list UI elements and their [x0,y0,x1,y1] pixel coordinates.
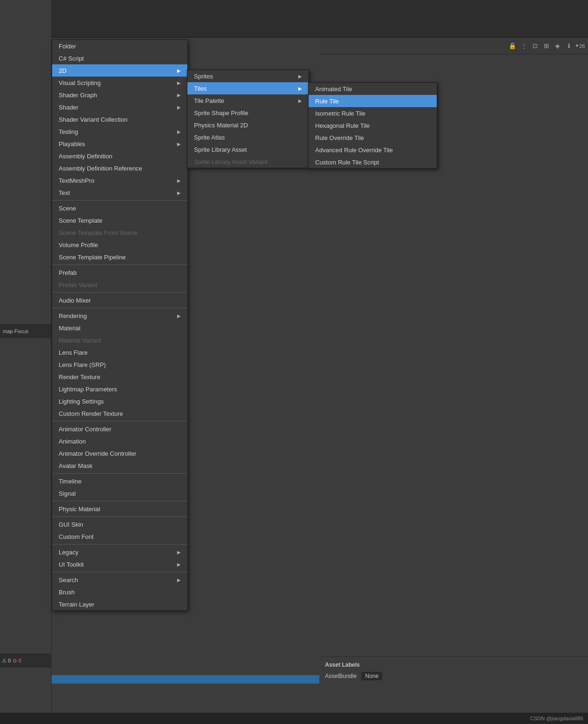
menu-l1-item-assembly-definition-reference[interactable]: Assembly Definition Reference [52,162,187,174]
lock-icon[interactable]: 🔒 [508,42,517,50]
menu-l1-item-material-variant: Material Variant [52,334,187,346]
context-menu-l2-2d: Sprites▶Tiles▶Tile Palette▶Sprite Shape … [187,70,309,168]
menu-item-label: Physics Material 2D [194,122,248,129]
info-icon[interactable]: ℹ [565,42,573,50]
menu-l1-item-custom-font[interactable]: Custom Font [52,530,187,543]
menu-l1-item-shader[interactable]: Shader▶ [52,101,187,113]
menu-separator [52,473,187,474]
menu-l1-item-visual-scripting[interactable]: Visual Scripting▶ [52,77,187,89]
menu-l1-item-text[interactable]: Text▶ [52,187,187,199]
menu-l1-item-textmeshpro[interactable]: TextMeshPro▶ [52,174,187,187]
menu-item-label: Advanced Rule Override Tile [315,147,393,154]
menu-item-label: Scene Template Pipeline [59,254,126,261]
menu-l1-item-material[interactable]: Material [52,322,187,334]
menu-l1-item-animator-controller[interactable]: Animator Controller [52,423,187,435]
group-icon[interactable]: ⊞ [542,42,550,50]
menu-l3-item-animated-tile[interactable]: Animated Tile [309,83,437,95]
menu-item-label: Shader [59,104,78,111]
menu-l3-item-hexagonal-rule-tile[interactable]: Hexagonal Rule Tile [309,119,437,132]
menu-l3-item-isometric-rule-tile[interactable]: Isometric Rule Tile [309,107,437,119]
menu-l1-item-volume-profile[interactable]: Volume Profile [52,239,187,251]
menu-l1-item-assembly-definition[interactable]: Assembly Definition [52,150,187,162]
menu-l1-item-shader-variant-collection[interactable]: Shader Variant Collection [52,113,187,125]
menu-l1-item-scene-template[interactable]: Scene Template [52,214,187,226]
menu-item-label: Animator Controller [59,426,111,433]
menu-separator [52,544,187,545]
menu-item-label: Brush [59,589,75,596]
menu-item-label: Render Texture [59,374,101,381]
menu-separator [52,572,187,572]
menu-l1-item-brush[interactable]: Brush [52,586,187,598]
menu-l1-item-c-script[interactable]: C# Script [52,52,187,64]
menu-l1-item-render-texture[interactable]: Render Texture [52,371,187,383]
menu-l2-item-sprite-atlas[interactable]: Sprite Atlas [187,131,309,143]
menu-l3-item-rule-tile[interactable]: Rule Tile [309,95,437,107]
menu-l3-item-rule-override-tile[interactable]: Rule Override Tile [309,132,437,144]
menu-l1-item-search[interactable]: Search▶ [52,574,187,586]
menu-l3-item-custom-rule-tile-script[interactable]: Custom Rule Tile Script [309,156,437,168]
menu-l1-item-playables[interactable]: Playables▶ [52,138,187,150]
menu-item-label: Rule Tile [315,98,339,105]
menu-l2-item-sprite-shape-profile[interactable]: Sprite Shape Profile [187,107,309,119]
menu-l1-item-folder[interactable]: Folder [52,40,187,52]
menu-l1-item-ui-toolkit[interactable]: UI Toolkit▶ [52,558,187,570]
menu-l2-item-tiles[interactable]: Tiles▶ [187,82,309,94]
menu-l1-item-lighting-settings[interactable]: Lighting Settings [52,395,187,407]
menu-item-label: Custom Font [59,533,93,540]
menu-l1-item-gui-skin[interactable]: GUI Skin [52,518,187,530]
menu-l1-item-audio-mixer[interactable]: Audio Mixer [52,294,187,306]
menu-l1-item-rendering[interactable]: Rendering▶ [52,310,187,322]
menu-item-label: Isometric Rule Tile [315,110,365,117]
menu-item-label: Animated Tile [315,86,352,93]
menu-item-label: Animation [59,438,86,445]
scene-icon[interactable]: ⊡ [531,42,539,50]
submenu-arrow-icon: ▶ [298,74,302,79]
menu-l1-item-terrain-layer[interactable]: Terrain Layer [52,598,187,610]
menu-item-label: 2D [59,67,67,74]
menu-l2-item-physics-material-2d[interactable]: Physics Material 2D [187,119,309,131]
asset-bundle-row: AssetBundle None [325,672,583,680]
menu-l1-item-prefab[interactable]: Prefab [52,266,187,279]
menu-l1-item-legacy[interactable]: Legacy▶ [52,546,187,558]
menu-l1-item-2d[interactable]: 2D▶ [52,64,187,77]
asset-labels-title: Asset Labels [325,662,583,668]
menu-separator [52,308,187,308]
menu-l1-item-scene-template-pipeline[interactable]: Scene Template Pipeline [52,251,187,263]
menu-l1-item-lightmap-parameters[interactable]: Lightmap Parameters [52,383,187,395]
menu-separator [52,200,187,201]
menu-l2-item-sprite-library-asset[interactable]: Sprite Library Asset [187,143,309,156]
menu-l1-item-lens-flare[interactable]: Lens Flare [52,346,187,358]
menu-l1-item-scene[interactable]: Scene [52,202,187,214]
menu-item-label: Scene [59,205,76,212]
layers-icon[interactable]: ✦26 [576,42,584,50]
submenu-arrow-icon: ▶ [177,190,181,195]
menu-l3-item-advanced-rule-override-tile[interactable]: Advanced Rule Override Tile [309,144,437,156]
menu-l2-item-tile-palette[interactable]: Tile Palette▶ [187,94,309,107]
menu-item-label: Sprite Atlas [194,134,225,141]
menu-item-label: Tiles [194,85,207,92]
menu-item-label: Assembly Definition [59,153,112,160]
more-options-icon[interactable]: ⋮ [519,42,528,50]
left-panel [0,0,52,724]
right-toolbar: 🔒 ⋮ ⊡ ⊞ ◈ ℹ ✦26 [320,38,588,54]
menu-item-label: Scene Template From Scene [59,229,137,236]
menu-item-label: Scene Template [59,217,102,224]
menu-l1-item-lens-flare-srp[interactable]: Lens Flare (SRP) [52,358,187,371]
menu-l1-item-signal[interactable]: Signal [52,487,187,499]
menu-l1-item-testing[interactable]: Testing▶ [52,125,187,138]
menu-l1-item-animator-override-controller[interactable]: Animator Override Controller [52,447,187,459]
menu-item-label: Material Variant [59,337,101,344]
menu-item-label: Playables [59,140,85,148]
menu-l1-item-shader-graph[interactable]: Shader Graph▶ [52,89,187,101]
submenu-arrow-icon: ▶ [177,550,181,555]
asset-bundle-value[interactable]: None [361,672,382,680]
menu-l1-item-animation[interactable]: Animation [52,435,187,447]
menu-l1-item-avatar-mask[interactable]: Avatar Mask [52,459,187,472]
menu-l1-item-physic-material[interactable]: Physic Material [52,503,187,515]
menu-l1-item-timeline[interactable]: Timeline [52,475,187,487]
menu-l2-item-sprites[interactable]: Sprites▶ [187,70,309,82]
asset-bundle-label: AssetBundle [325,673,356,679]
tag-icon[interactable]: ◈ [553,42,562,50]
menu-l1-item-custom-render-texture[interactable]: Custom Render Texture [52,407,187,420]
menu-item-label: Folder [59,43,76,50]
